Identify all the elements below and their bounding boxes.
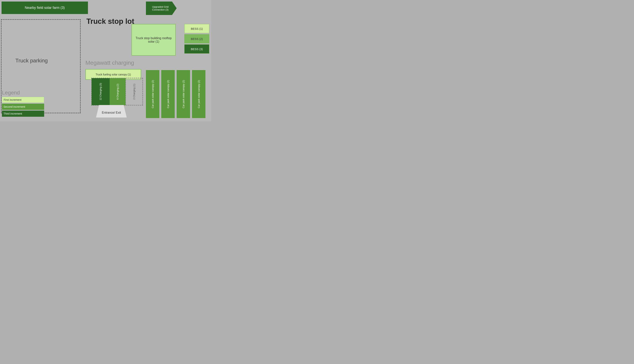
legend-label-2: Second increment	[4, 105, 25, 108]
bess-label-3: BESS (3)	[191, 48, 203, 51]
canopy-1: Car park solar canopy (2)	[146, 70, 159, 118]
canopy-label-4: Car park solar canopy (2)	[198, 80, 200, 108]
lot-title: Truck stop lot	[86, 17, 134, 26]
legend-swatch-2: Second increment	[2, 104, 44, 110]
bess-label-1: BESS (1)	[191, 27, 203, 30]
canopy-3: Car park solar canopy (2)	[177, 70, 190, 118]
legend: Legend First increment Second increment …	[2, 90, 44, 118]
charging-blocks: 12 Charging (3) 6 Charging (2) 2 Chargin…	[91, 78, 143, 106]
canopy-label-2: Car park solar canopy (2)	[167, 80, 170, 108]
canopy-4: Car park solar canopy (2)	[192, 70, 206, 118]
bess-column: BESS (1) BESS (2) BESS (3)	[184, 24, 209, 54]
charging-label-6: 6 Charging (2)	[116, 84, 119, 100]
charging-label-12: 12 Charging (3)	[99, 83, 102, 100]
bess-box-2: BESS (2)	[184, 34, 209, 44]
charging-block-12: 12 Charging (3)	[92, 78, 110, 105]
fueling-canopy-label: Truck fueling solar canopy (1)	[96, 73, 131, 76]
legend-title: Legend	[2, 90, 44, 96]
solar-farm-banner: Nearby field solar farm (3)	[2, 2, 88, 14]
legend-label-3: Third increment	[4, 112, 22, 115]
entrance-box: Entrance/ Exit	[96, 105, 127, 118]
bess-box-1: BESS (1)	[184, 24, 209, 33]
charging-block-2: 2 Charging (1)	[126, 78, 143, 105]
grid-connection: Upgraded Grid Connection (3)	[146, 2, 177, 15]
canopy-2: Car park solar canopy (2)	[161, 70, 175, 118]
truck-parking-label: Truck parking	[15, 58, 48, 64]
canopy-label-3: Car park solar canopy (2)	[182, 80, 185, 108]
entrance-label: Entrance/ Exit	[102, 111, 121, 114]
canopy-row: Car park solar canopy (2) Car park solar…	[146, 70, 209, 118]
legend-item-2: Second increment	[2, 104, 44, 110]
grid-connection-label: Upgraded Grid Connection (3)	[147, 6, 174, 11]
legend-swatch-3: Third increment	[2, 110, 44, 117]
charging-label-2: 2 Charging (1)	[133, 84, 136, 100]
legend-label-1: First increment	[4, 98, 22, 101]
charging-block-6: 6 Charging (2)	[110, 78, 126, 105]
rooftop-solar-label: Truck stop building rooftop solar (1)	[134, 36, 174, 44]
megawatt-charging-label: Megawatt charging	[86, 60, 134, 66]
legend-item-1: First increment	[2, 97, 44, 103]
canopy-label-1: Car park solar canopy (2)	[151, 80, 154, 108]
solar-farm-label: Nearby field solar farm (3)	[25, 6, 65, 10]
bess-label-2: BESS (2)	[191, 37, 203, 40]
legend-item-3: Third increment	[2, 110, 44, 117]
legend-swatch-1: First increment	[2, 97, 44, 103]
rooftop-solar-box: Truck stop building rooftop solar (1)	[132, 24, 176, 56]
bess-box-3: BESS (3)	[184, 44, 209, 54]
